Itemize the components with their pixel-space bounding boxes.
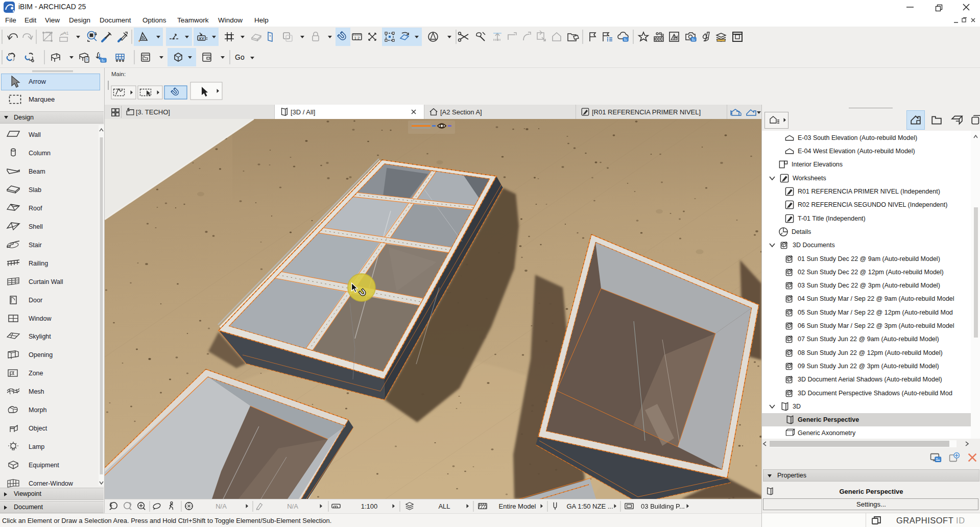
svg-text:Entire Model: Entire Model — [499, 502, 536, 510]
svg-text:03 Building P...: 03 Building P... — [641, 502, 685, 510]
svg-text:1 2: 1 2 — [354, 36, 360, 40]
svg-text:ALL: ALL — [438, 502, 450, 510]
svg-text:XY: XY — [199, 36, 204, 41]
svg-text:N/A: N/A — [216, 502, 227, 510]
svg-text:Go: Go — [235, 53, 245, 61]
svg-text:S: S — [86, 57, 88, 62]
svg-text:GA 1:50 NZE ...: GA 1:50 NZE ... — [566, 502, 613, 510]
svg-text:N/A: N/A — [287, 502, 298, 510]
svg-text:1:100: 1:100 — [361, 502, 378, 510]
svg-text:A1: A1 — [63, 31, 68, 36]
